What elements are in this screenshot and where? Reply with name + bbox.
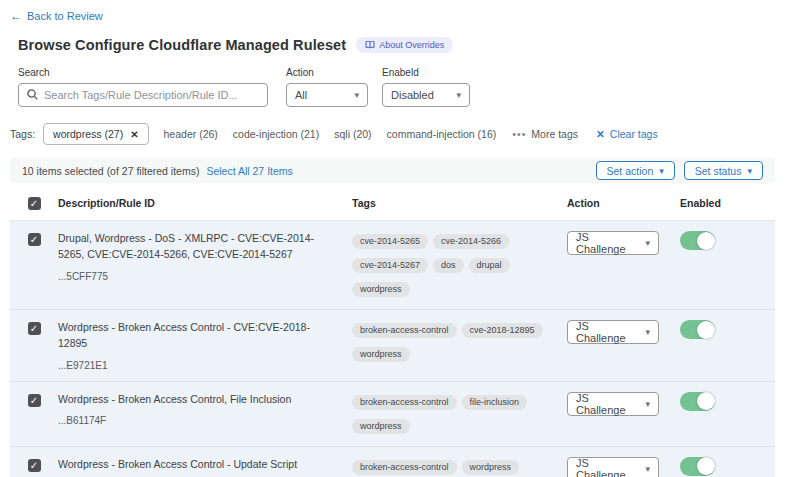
remove-tag-icon[interactable]: ✕	[130, 129, 138, 140]
toggle-knob	[697, 392, 715, 410]
set-action-label: Set action	[607, 165, 654, 177]
row-action-select[interactable]: JS Challenge ▾	[567, 392, 659, 416]
toggle-knob	[697, 321, 715, 339]
header-description: Description/Rule ID	[58, 197, 352, 209]
chevron-down-icon: ▾	[456, 90, 461, 100]
tags-bar: Tags: wordpress (27) ✕ header (26) code-…	[10, 123, 794, 145]
action-filter: Action All ▾	[286, 67, 368, 107]
chevron-down-icon: ▾	[659, 166, 664, 176]
chevron-down-icon: ▾	[747, 166, 752, 176]
row-checkbox[interactable]: ✓	[28, 322, 41, 335]
tag-pill: cve-2014-5267	[352, 258, 428, 273]
tag-pill: drupal	[469, 258, 510, 273]
search-label: Search	[18, 67, 268, 78]
enabled-select[interactable]: Disabled ▾	[382, 83, 470, 107]
set-status-label: Set status	[695, 165, 742, 177]
back-link-label: Back to Review	[27, 10, 103, 22]
row-action-value: JS Challenge	[576, 320, 637, 344]
about-overrides-badge[interactable]: About Overrides	[356, 37, 453, 53]
clear-tags-button[interactable]: ✕ Clear tags	[596, 128, 658, 140]
table-header-row: ✓ Description/Rule ID Tags Action Enable…	[10, 185, 775, 221]
tag-pill: broken-access-control	[352, 460, 457, 475]
header-tags: Tags	[352, 197, 567, 209]
toggle-knob	[697, 232, 715, 250]
row-action-select[interactable]: JS Challenge ▾	[567, 457, 659, 477]
rule-description: Drupal, Wordpress - DoS - XMLRPC - CVE:C…	[58, 231, 352, 263]
clear-icon: ✕	[596, 128, 605, 140]
main-content: 10 items selected (of 27 filtered items)…	[10, 158, 775, 477]
page-title: Browse Configure Cloudflare Managed Rule…	[18, 37, 346, 53]
row-action-select[interactable]: JS Challenge ▾	[567, 231, 659, 255]
rule-tags: broken-access-controlwordpress	[352, 457, 567, 477]
clear-tags-label: Clear tags	[610, 128, 658, 140]
search-input[interactable]	[44, 89, 259, 101]
tag-option[interactable]: code-injection (21)	[233, 128, 319, 140]
set-action-button[interactable]: Set action ▾	[596, 161, 675, 180]
rules-table: ✓ Description/Rule ID Tags Action Enable…	[10, 185, 775, 477]
tag-pill: wordpress	[352, 282, 410, 297]
back-to-review-link[interactable]: ← Back to Review	[10, 9, 103, 23]
action-label: Action	[286, 67, 368, 78]
tag-pill: file-inclusion	[462, 395, 528, 410]
more-tags-button[interactable]: •••More tags	[512, 128, 578, 140]
chevron-down-icon: ▾	[645, 327, 650, 337]
selected-tag-pill[interactable]: wordpress (27) ✕	[43, 123, 148, 145]
search-icon	[27, 86, 44, 104]
row-action-value: JS Challenge	[576, 392, 637, 416]
table-row: ✓ Drupal, Wordpress - DoS - XMLRPC - CVE…	[10, 221, 775, 310]
tag-pill: cve-2014-5266	[433, 234, 509, 249]
tag-option[interactable]: header (26)	[164, 128, 218, 140]
toggle-knob	[697, 457, 715, 475]
selection-summary: 10 items selected (of 27 filtered items)	[22, 165, 199, 177]
header-action: Action	[567, 197, 680, 209]
rule-tags: broken-access-controlfile-inclusionwordp…	[352, 392, 567, 440]
table-row: ✓ Wordpress - Broken Access Control, Fil…	[10, 382, 775, 447]
tag-option[interactable]: command-injection (16)	[387, 128, 497, 140]
rule-tags: broken-access-controlcve-2018-12895wordp…	[352, 320, 567, 368]
enabled-toggle[interactable]	[680, 392, 715, 411]
rule-description: Wordpress - Broken Access Control, File …	[58, 392, 352, 408]
enabled-toggle[interactable]	[680, 231, 715, 250]
rule-id: ...B61174F	[58, 415, 352, 430]
filters-row: Search Action All ▾ Enabeld Disabled ▾	[18, 67, 794, 107]
row-checkbox[interactable]: ✓	[28, 394, 41, 407]
about-badge-label: About Overrides	[379, 40, 444, 50]
back-arrow-icon: ←	[10, 9, 22, 23]
header-enabled: Enabled	[680, 197, 775, 209]
selected-tag-label: wordpress (27)	[53, 128, 123, 140]
enabled-toggle[interactable]	[680, 457, 715, 476]
tag-pill: wordpress	[352, 419, 410, 434]
tag-pill: broken-access-control	[352, 323, 457, 338]
rule-description: Wordpress - Broken Access Control - CVE:…	[58, 320, 352, 352]
row-action-value: JS Challenge	[576, 457, 637, 477]
set-status-button[interactable]: Set status ▾	[684, 161, 763, 180]
chevron-down-icon: ▾	[645, 464, 650, 474]
select-all-link[interactable]: Select All 27 Items	[206, 165, 292, 177]
chevron-down-icon: ▾	[645, 238, 650, 248]
tag-option[interactable]: sqli (20)	[334, 128, 371, 140]
tag-pill: cve-2018-12895	[462, 323, 543, 338]
search-box[interactable]	[18, 83, 268, 107]
rule-id: ...5CFF775	[58, 271, 352, 286]
rule-description: Wordpress - Broken Access Control - Upda…	[58, 457, 352, 473]
ellipsis-icon: •••	[512, 128, 526, 140]
tag-pill: wordpress	[462, 460, 520, 475]
selection-bar: 10 items selected (of 27 filtered items)…	[10, 158, 775, 183]
book-icon	[365, 41, 375, 49]
title-row: Browse Configure Cloudflare Managed Rule…	[18, 37, 794, 53]
more-tags-label: More tags	[531, 128, 578, 140]
row-checkbox[interactable]: ✓	[28, 459, 41, 472]
table-body: ✓ Drupal, Wordpress - DoS - XMLRPC - CVE…	[10, 221, 775, 477]
row-action-select[interactable]: JS Challenge ▾	[567, 320, 659, 344]
enabled-toggle[interactable]	[680, 320, 715, 339]
row-checkbox[interactable]: ✓	[28, 233, 41, 246]
action-select[interactable]: All ▾	[286, 83, 368, 107]
rule-tags: cve-2014-5265cve-2014-5266cve-2014-5267d…	[352, 231, 567, 303]
table-row: ✓ Wordpress - Broken Access Control - Up…	[10, 447, 775, 477]
tag-pill: wordpress	[352, 347, 410, 362]
select-all-checkbox[interactable]: ✓	[28, 197, 41, 210]
rule-id: ...E9721E1	[58, 360, 352, 375]
tag-pill: dos	[433, 258, 464, 273]
row-action-value: JS Challenge	[576, 231, 637, 255]
enabled-label: Enabeld	[382, 67, 470, 78]
